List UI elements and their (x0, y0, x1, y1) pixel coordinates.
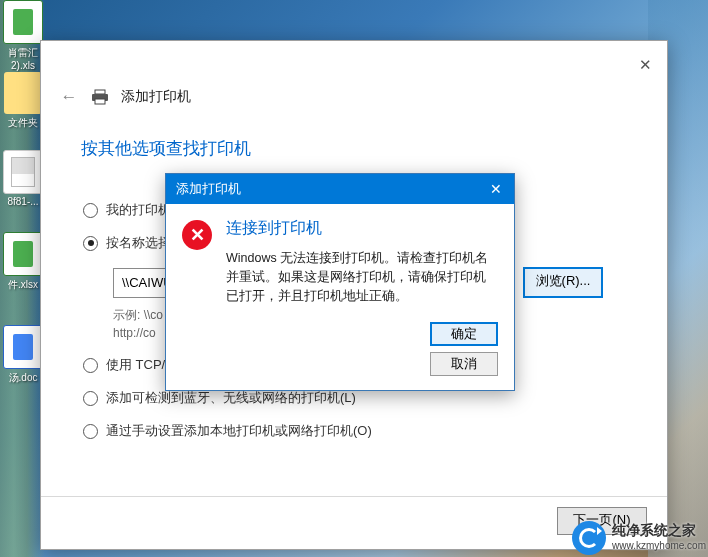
desktop-icon[interactable]: 肖雷汇 2).xls (2, 0, 44, 71)
desktop-icon-label: 肖雷汇 2).xls (2, 46, 44, 71)
desktop-icon-label: 汤.doc (2, 371, 44, 385)
radio-icon (83, 203, 98, 218)
watermark-text: 纯净系统之家 www.kzmyhome.com (612, 523, 706, 553)
error-text-block: 连接到打印机 Windows 无法连接到打印机。请检查打印机名并重试。如果这是网… (226, 218, 498, 306)
option-label: 添加可检测到蓝牙、无线或网络的打印机(L) (106, 389, 356, 407)
error-message: Windows 无法连接到打印机。请检查打印机名并重试。如果这是网络打印机，请确… (226, 249, 498, 306)
divider (41, 496, 667, 497)
radio-icon (83, 424, 98, 439)
printer-icon (91, 89, 109, 105)
error-titlebar[interactable]: 添加打印机 ✕ (166, 174, 514, 204)
option-bluetooth-wireless[interactable]: 添加可检测到蓝牙、无线或网络的打印机(L) (83, 389, 623, 407)
watermark-logo-icon (572, 521, 606, 555)
cancel-button[interactable]: 取消 (430, 352, 498, 376)
error-close-icon[interactable]: ✕ (480, 174, 512, 204)
svg-rect-0 (95, 90, 105, 94)
file-icon (4, 72, 42, 114)
desktop-icon-label: 8f81-... (2, 196, 44, 207)
desktop-background: 肖雷汇 2).xls文件夹8f81-...件.xlsx汤.doc ✕ ← 添加打… (0, 0, 708, 557)
desktop-icon[interactable]: 汤.doc (2, 325, 44, 385)
desktop-icon-label: 件.xlsx (2, 278, 44, 292)
browse-button[interactable]: 浏览(R)... (523, 267, 603, 298)
file-icon (3, 0, 43, 44)
desktop-icon[interactable]: 件.xlsx (2, 232, 44, 292)
option-manual-setup[interactable]: 通过手动设置添加本地打印机或网络打印机(O) (83, 422, 623, 440)
radio-icon (83, 358, 98, 373)
desktop-icon-label: 文件夹 (2, 116, 44, 130)
wizard-title: 添加打印机 (121, 88, 191, 106)
error-heading: 连接到打印机 (226, 218, 498, 239)
radio-icon (83, 391, 98, 406)
error-icon: ✕ (182, 220, 212, 250)
watermark-url: www.kzmyhome.com (612, 538, 706, 553)
file-icon (3, 150, 43, 194)
error-button-row: 确定 取消 (166, 318, 514, 390)
watermark-name: 纯净系统之家 (612, 523, 706, 538)
wizard-close-icon[interactable]: ✕ (633, 53, 657, 77)
option-label: 通过手动设置添加本地打印机或网络打印机(O) (106, 422, 372, 440)
wizard-header: ← 添加打印机 (59, 87, 191, 107)
back-icon[interactable]: ← (59, 87, 79, 107)
section-heading: 按其他选项查找打印机 (81, 137, 251, 160)
file-icon (3, 232, 43, 276)
error-dialog-title: 添加打印机 (176, 180, 241, 198)
desktop-icon[interactable]: 8f81-... (2, 150, 44, 207)
radio-icon (83, 236, 98, 251)
error-dialog: 添加打印机 ✕ ✕ 连接到打印机 Windows 无法连接到打印机。请检查打印机… (165, 173, 515, 391)
watermark: 纯净系统之家 www.kzmyhome.com (572, 521, 706, 555)
ok-button[interactable]: 确定 (430, 322, 498, 346)
error-body: ✕ 连接到打印机 Windows 无法连接到打印机。请检查打印机名并重试。如果这… (166, 204, 514, 318)
file-icon (3, 325, 43, 369)
desktop-icon[interactable]: 文件夹 (2, 72, 44, 130)
svg-rect-2 (95, 99, 105, 104)
